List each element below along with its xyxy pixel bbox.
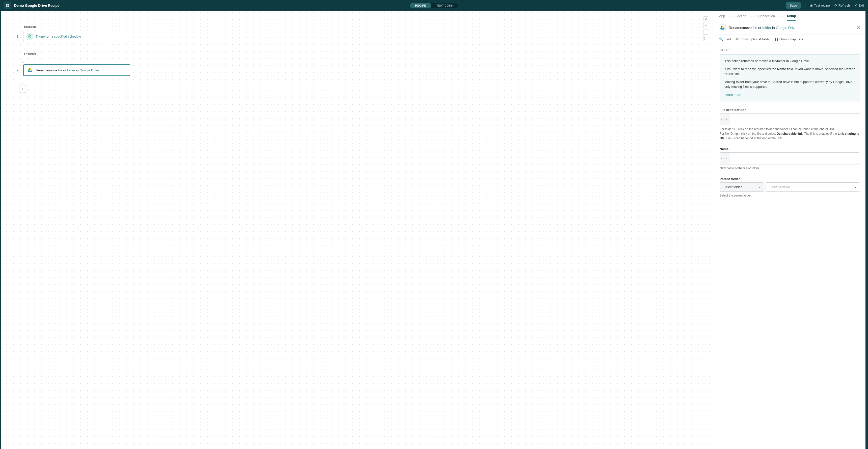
recipe-icon	[4, 2, 11, 9]
chevron-right-icon: ⟶	[728, 14, 734, 21]
refresh-icon: ⟳	[834, 3, 837, 7]
file-id-input[interactable]	[730, 114, 860, 125]
group-icon: ▮▮	[775, 37, 778, 41]
crumb-connection[interactable]: Connection	[758, 14, 775, 21]
action-step-card[interactable]: Rename/move file or folder in Google Dri…	[23, 64, 130, 76]
step-number: 1	[17, 35, 19, 38]
recipe-canvas[interactable]: ↺ + − ⛶ TRIGGER 1 Trigger on a specified…	[1, 11, 714, 449]
group-map-button[interactable]: ▮▮Group map data	[775, 37, 803, 41]
find-button[interactable]: 🔍Find	[719, 37, 731, 41]
search-icon: 🔍	[719, 37, 723, 41]
chevron-down-icon: ▾	[759, 186, 760, 188]
chevron-up-icon: ˄	[729, 49, 731, 52]
google-drive-icon	[719, 25, 726, 31]
name-input[interactable]	[730, 153, 860, 164]
crumb-action[interactable]: Action	[737, 14, 746, 21]
svg-rect-1	[7, 4, 8, 5]
add-step-button[interactable]: +	[19, 86, 26, 93]
trigger-step-card[interactable]: Trigger on a specified schedule	[23, 31, 130, 42]
name-help: New name of the file or folder.	[720, 166, 860, 170]
recipe-title: Demo Google Drive Recipe	[14, 3, 60, 7]
setup-panel: App ⟶ Action ⟶ Connection ⟶ Setup Rename…	[714, 11, 866, 449]
topbar: Demo Google Drive Recipe RECIPE TEST JOB…	[0, 0, 868, 11]
name-label: Name	[720, 147, 860, 151]
reset-zoom-button[interactable]: ↺	[703, 17, 708, 22]
select-value-dropdown[interactable]: Select a value▾	[766, 182, 860, 192]
text-type-icon: A B C	[720, 114, 730, 125]
close-panel-button[interactable]: ✕	[857, 25, 861, 31]
help-toggle[interactable]: HELP˄	[720, 49, 860, 52]
zoom-in-button[interactable]: +	[703, 23, 708, 28]
tab-recipe[interactable]: RECIPE	[410, 3, 431, 8]
close-icon: ✕	[855, 3, 857, 7]
file-id-label: File or folder ID *	[720, 108, 860, 112]
trigger-section-label: TRIGGER	[24, 26, 714, 29]
test-recipe-button[interactable]: ◉ Test recipe	[810, 3, 830, 7]
schedule-icon	[27, 33, 33, 40]
save-button[interactable]: Save	[786, 2, 801, 8]
action-step-text: Rename/move file or folder in Google Dri…	[36, 68, 99, 72]
file-id-help: For folder ID, click on the required fol…	[720, 127, 860, 140]
chevron-right-icon: ⟶	[750, 14, 755, 21]
svg-rect-3	[7, 6, 8, 6]
exit-button[interactable]: ✕ Exit	[855, 3, 864, 7]
chevron-right-icon: ⟶	[778, 14, 783, 21]
actions-section-label: ACTIONS	[24, 53, 714, 56]
tab-switch: RECIPE TEST JOBS	[410, 3, 458, 8]
learn-more-link[interactable]: Learn more	[724, 93, 741, 97]
parent-folder-help: Select the parent folder.	[720, 193, 860, 198]
help-box: This action renames or moves a file/fold…	[720, 54, 860, 101]
google-drive-icon	[27, 67, 33, 73]
refresh-button[interactable]: ⟳ Refresh	[834, 3, 850, 7]
trigger-step-text: Trigger on a specified schedule	[36, 35, 81, 38]
step-number: 2	[17, 68, 19, 72]
crumb-setup[interactable]: Setup	[787, 14, 796, 21]
text-type-icon: A B C	[720, 153, 730, 164]
show-optional-button[interactable]: 👁Show optional fields	[736, 37, 770, 41]
eye-icon: 👁	[736, 37, 739, 41]
select-folder-dropdown[interactable]: Select folder▾	[720, 182, 764, 192]
parent-folder-label: Parent folder	[720, 177, 860, 181]
panel-title: Rename/move file or folder in Google Dri…	[729, 26, 797, 30]
crumb-app[interactable]: App	[719, 14, 725, 21]
chevron-down-icon: ▾	[855, 186, 856, 188]
breadcrumb: App ⟶ Action ⟶ Connection ⟶ Setup	[714, 11, 866, 21]
tab-test-jobs[interactable]: TEST JOBS	[431, 3, 458, 8]
play-icon: ◉	[810, 3, 813, 7]
